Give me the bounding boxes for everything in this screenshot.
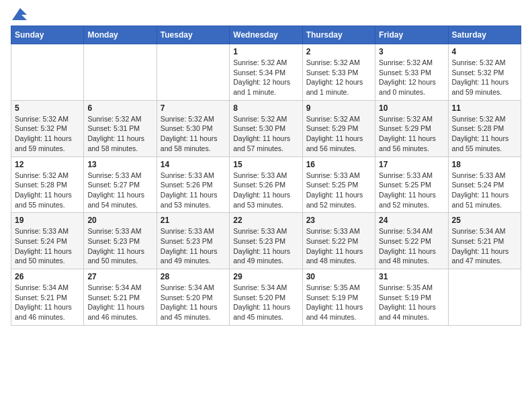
calendar-cell: 29Sunrise: 5:34 AMSunset: 5:20 PMDayligh… — [230, 269, 302, 326]
calendar-cell: 3Sunrise: 5:32 AMSunset: 5:33 PMDaylight… — [375, 44, 448, 101]
day-number: 22 — [233, 216, 298, 225]
day-info: Sunrise: 5:33 AMSunset: 5:23 PMDaylight:… — [87, 226, 152, 266]
calendar-cell: 23Sunrise: 5:33 AMSunset: 5:22 PMDayligh… — [302, 213, 375, 269]
day-info: Sunrise: 5:33 AMSunset: 5:25 PMDaylight:… — [379, 171, 444, 210]
weekday-header-wednesday: Wednesday — [230, 26, 302, 44]
page-header — [11, 11, 521, 20]
calendar-cell: 13Sunrise: 5:33 AMSunset: 5:27 PMDayligh… — [84, 156, 157, 213]
calendar-cell — [84, 44, 157, 101]
day-number: 3 — [379, 47, 444, 56]
day-number: 15 — [233, 160, 298, 169]
calendar-cell: 15Sunrise: 5:33 AMSunset: 5:26 PMDayligh… — [230, 156, 302, 213]
day-info: Sunrise: 5:33 AMSunset: 5:27 PMDaylight:… — [87, 171, 152, 210]
calendar-cell: 11Sunrise: 5:32 AMSunset: 5:28 PMDayligh… — [448, 100, 521, 156]
weekday-header-tuesday: Tuesday — [157, 26, 229, 44]
day-number: 17 — [379, 160, 444, 169]
day-number: 24 — [379, 216, 444, 225]
calendar-cell: 20Sunrise: 5:33 AMSunset: 5:23 PMDayligh… — [84, 213, 157, 269]
day-number: 7 — [161, 103, 226, 113]
weekday-header-saturday: Saturday — [448, 26, 521, 44]
day-number: 5 — [15, 103, 80, 113]
weekday-header-thursday: Thursday — [302, 26, 375, 44]
day-info: Sunrise: 5:33 AMSunset: 5:23 PMDaylight:… — [233, 226, 298, 266]
day-number: 6 — [87, 103, 152, 113]
calendar-cell: 12Sunrise: 5:32 AMSunset: 5:28 PMDayligh… — [11, 156, 84, 213]
calendar-cell: 25Sunrise: 5:34 AMSunset: 5:21 PMDayligh… — [448, 213, 521, 269]
day-info: Sunrise: 5:35 AMSunset: 5:19 PMDaylight:… — [306, 283, 371, 322]
day-info: Sunrise: 5:32 AMSunset: 5:28 PMDaylight:… — [15, 171, 80, 210]
calendar-cell: 31Sunrise: 5:35 AMSunset: 5:19 PMDayligh… — [375, 269, 448, 326]
calendar-cell: 17Sunrise: 5:33 AMSunset: 5:25 PMDayligh… — [375, 156, 448, 213]
day-info: Sunrise: 5:32 AMSunset: 5:32 PMDaylight:… — [452, 58, 517, 97]
day-number: 9 — [306, 103, 371, 113]
calendar-header-row: SundayMondayTuesdayWednesdayThursdayFrid… — [11, 26, 521, 44]
calendar-week-2: 5Sunrise: 5:32 AMSunset: 5:32 PMDaylight… — [11, 100, 521, 156]
day-number: 23 — [306, 216, 371, 225]
day-info: Sunrise: 5:35 AMSunset: 5:19 PMDaylight:… — [379, 283, 444, 322]
day-number: 16 — [306, 160, 371, 169]
calendar-week-3: 12Sunrise: 5:32 AMSunset: 5:28 PMDayligh… — [11, 156, 521, 213]
day-info: Sunrise: 5:32 AMSunset: 5:32 PMDaylight:… — [15, 114, 80, 154]
calendar-cell: 30Sunrise: 5:35 AMSunset: 5:19 PMDayligh… — [302, 269, 375, 326]
day-info: Sunrise: 5:33 AMSunset: 5:24 PMDaylight:… — [452, 171, 517, 210]
calendar-cell: 18Sunrise: 5:33 AMSunset: 5:24 PMDayligh… — [448, 156, 521, 213]
day-info: Sunrise: 5:32 AMSunset: 5:28 PMDaylight:… — [452, 114, 517, 154]
day-info: Sunrise: 5:32 AMSunset: 5:29 PMDaylight:… — [379, 114, 444, 154]
day-number: 1 — [233, 47, 298, 56]
day-number: 25 — [452, 216, 517, 225]
logo — [11, 11, 27, 20]
calendar-cell — [448, 269, 521, 326]
calendar-cell: 10Sunrise: 5:32 AMSunset: 5:29 PMDayligh… — [375, 100, 448, 156]
calendar-cell: 16Sunrise: 5:33 AMSunset: 5:25 PMDayligh… — [302, 156, 375, 213]
day-number: 30 — [306, 272, 371, 281]
day-number: 27 — [87, 272, 152, 281]
calendar-week-1: 1Sunrise: 5:32 AMSunset: 5:34 PMDaylight… — [11, 44, 521, 101]
day-info: Sunrise: 5:34 AMSunset: 5:22 PMDaylight:… — [379, 226, 444, 266]
day-info: Sunrise: 5:33 AMSunset: 5:25 PMDaylight:… — [306, 171, 371, 210]
calendar-cell: 21Sunrise: 5:33 AMSunset: 5:23 PMDayligh… — [157, 213, 229, 269]
day-info: Sunrise: 5:33 AMSunset: 5:26 PMDaylight:… — [233, 171, 298, 210]
calendar-cell: 1Sunrise: 5:32 AMSunset: 5:34 PMDaylight… — [230, 44, 302, 101]
weekday-header-monday: Monday — [84, 26, 157, 44]
calendar-cell: 24Sunrise: 5:34 AMSunset: 5:22 PMDayligh… — [375, 213, 448, 269]
day-number: 29 — [233, 272, 298, 281]
calendar-cell: 27Sunrise: 5:34 AMSunset: 5:21 PMDayligh… — [84, 269, 157, 326]
calendar-cell: 7Sunrise: 5:32 AMSunset: 5:30 PMDaylight… — [157, 100, 229, 156]
day-info: Sunrise: 5:32 AMSunset: 5:34 PMDaylight:… — [233, 58, 298, 97]
day-number: 11 — [452, 103, 517, 113]
calendar-cell: 22Sunrise: 5:33 AMSunset: 5:23 PMDayligh… — [230, 213, 302, 269]
day-number: 14 — [161, 160, 226, 169]
day-number: 19 — [15, 216, 80, 225]
day-number: 2 — [306, 47, 371, 56]
day-number: 10 — [379, 103, 444, 113]
day-number: 8 — [233, 103, 298, 113]
calendar-cell: 19Sunrise: 5:33 AMSunset: 5:24 PMDayligh… — [11, 213, 84, 269]
day-info: Sunrise: 5:33 AMSunset: 5:26 PMDaylight:… — [161, 171, 226, 210]
weekday-header-sunday: Sunday — [11, 26, 84, 44]
day-info: Sunrise: 5:32 AMSunset: 5:30 PMDaylight:… — [161, 114, 226, 154]
calendar-cell: 8Sunrise: 5:32 AMSunset: 5:30 PMDaylight… — [230, 100, 302, 156]
weekday-header-friday: Friday — [375, 26, 448, 44]
day-info: Sunrise: 5:32 AMSunset: 5:30 PMDaylight:… — [233, 114, 298, 154]
day-number: 28 — [161, 272, 226, 281]
day-info: Sunrise: 5:34 AMSunset: 5:21 PMDaylight:… — [87, 283, 152, 322]
calendar-cell: 2Sunrise: 5:32 AMSunset: 5:33 PMDaylight… — [302, 44, 375, 101]
calendar-table: SundayMondayTuesdayWednesdayThursdayFrid… — [11, 26, 521, 326]
calendar-cell: 5Sunrise: 5:32 AMSunset: 5:32 PMDaylight… — [11, 100, 84, 156]
day-info: Sunrise: 5:32 AMSunset: 5:29 PMDaylight:… — [306, 114, 371, 154]
day-info: Sunrise: 5:33 AMSunset: 5:22 PMDaylight:… — [306, 226, 371, 266]
day-number: 18 — [452, 160, 517, 169]
day-number: 26 — [15, 272, 80, 281]
day-number: 31 — [379, 272, 444, 281]
day-info: Sunrise: 5:34 AMSunset: 5:21 PMDaylight:… — [15, 283, 80, 322]
day-info: Sunrise: 5:32 AMSunset: 5:31 PMDaylight:… — [87, 114, 152, 154]
day-info: Sunrise: 5:32 AMSunset: 5:33 PMDaylight:… — [379, 58, 444, 97]
day-number: 4 — [452, 47, 517, 56]
calendar-week-4: 19Sunrise: 5:33 AMSunset: 5:24 PMDayligh… — [11, 213, 521, 269]
svg-marker-0 — [12, 8, 27, 20]
calendar-cell: 4Sunrise: 5:32 AMSunset: 5:32 PMDaylight… — [448, 44, 521, 101]
day-number: 21 — [161, 216, 226, 225]
calendar-cell — [11, 44, 84, 101]
calendar-cell: 28Sunrise: 5:34 AMSunset: 5:20 PMDayligh… — [157, 269, 229, 326]
calendar-cell: 14Sunrise: 5:33 AMSunset: 5:26 PMDayligh… — [157, 156, 229, 213]
